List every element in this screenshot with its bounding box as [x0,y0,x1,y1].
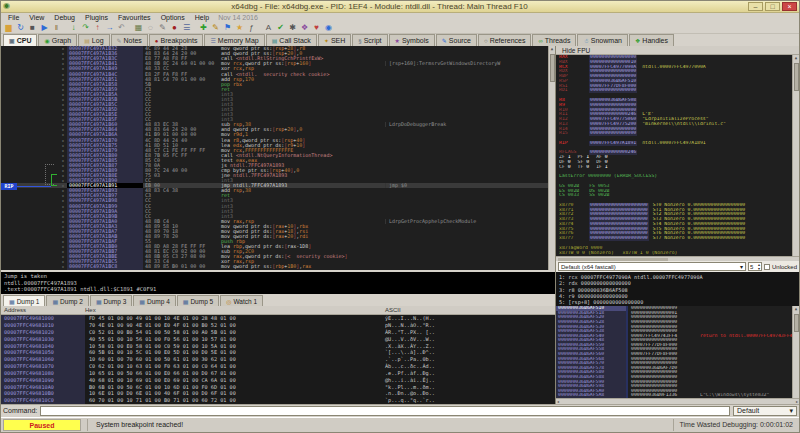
dump-row[interactable]: 00007FFC4968103040 55 01 00 10 56 01 00 … [1,336,555,343]
disasm-row[interactable]: ▪00007FFC497A1BC848 89 85 B0 01 00 00mov… [1,264,555,269]
tab-source[interactable]: ✎Source [436,34,477,46]
tab-dump-2[interactable]: ▦Dump 2 [46,295,88,306]
tab-notes[interactable]: ✎Notes [111,34,148,46]
tab-seh[interactable]: ✦SEH [318,34,351,46]
dump-row[interactable]: 00007FFC4968105060 5B 01 00 10 5C 01 00 … [1,349,555,356]
stepper-arrows-icon[interactable]: ▴▾ [758,263,760,271]
disasm-scrollbar[interactable]: ▲ [548,46,555,270]
stop-icon[interactable]: ■ [27,22,38,33]
dump-row[interactable]: 00007FFC496810A0B0 6B 01 00 50 6C 01 00 … [1,384,555,391]
back-icon[interactable]: ↶ [116,22,127,33]
scroll-up-icon[interactable]: ▲ [795,55,797,61]
tab-breakpoints[interactable]: ●Breakpoints [149,34,204,46]
tab-graph[interactable]: ◉Graph [38,34,77,46]
menu-plugins[interactable]: Plugins [80,14,113,21]
dump-row[interactable]: 00007FFC4968108010 65 01 00 50 66 01 00 … [1,370,555,377]
restart-icon[interactable]: ↻ [15,22,26,33]
tab-snowman[interactable]: ☃Snowman [577,34,628,46]
tab-watch-1[interactable]: ◎Watch 1 [220,295,263,306]
scroll-thumb[interactable] [558,258,668,261]
breakpoint-icon[interactable]: ● [169,22,180,33]
stack-view[interactable]: ▲ 000000036B6AF5100000000000000009000000… [556,306,799,398]
open-file-icon[interactable]: ▆ [3,22,14,33]
function-icon[interactable]: ƒ [246,22,257,33]
minimize-button[interactable]: – [748,2,763,11]
tab-cpu[interactable]: ▣CPU [3,34,37,46]
hide-fpu-label[interactable]: Hide FPU [562,47,590,54]
compile-icon[interactable]: ✔ [275,22,286,33]
patch-icon[interactable]: ✚ [198,22,209,33]
calling-convention-select[interactable]: Default (x64 fastcall) ▾ [558,262,746,271]
tab-script[interactable]: §Script [352,34,387,46]
menu-debug[interactable]: Debug [49,14,80,21]
arg-count-stepper[interactable]: 5 ▴▾ [748,262,762,271]
trace-icon[interactable]: ✎ [157,22,168,33]
menu-view[interactable]: View [24,14,49,21]
tab-handles[interactable]: ❖Handles [629,34,674,46]
step-out-icon[interactable]: ↑ [92,22,103,33]
animate-icon[interactable]: ◌ [145,22,156,33]
menu-help[interactable]: Help [190,14,214,21]
tab-dump-3[interactable]: ▦Dump 3 [90,295,132,306]
tab-threads[interactable]: ∞Threads [532,34,576,46]
bookmark-icon[interactable]: ★ [234,22,245,33]
arg-row[interactable]: 5: [rsp+8] 0000000000000000 [559,299,796,305]
comment-icon[interactable]: ✎ [210,22,221,33]
run-to-user-icon[interactable]: → [104,22,115,33]
dump-row[interactable]: 00007FFC4968101070 4E 01 00 90 4E 01 00 … [1,322,555,329]
tab-dump-1[interactable]: ▦Dump 1 [3,295,45,306]
registers-scrollbar[interactable]: ▲ [792,55,799,256]
tab-symbols[interactable]: ★Symbols [389,34,435,46]
tab-references[interactable]: ○References [478,34,531,46]
pause-icon[interactable]: ‖ [51,22,62,33]
memory-icon[interactable]: ☰ [181,22,192,33]
tab-memory-map[interactable]: ☰Memory Map [204,34,264,46]
preferences-icon[interactable]: ✱ [287,22,298,33]
registers-hscrollbar[interactable] [556,256,799,261]
tab-dump-5[interactable]: ▦Dump 5 [177,295,219,306]
step-over-icon[interactable]: ↷ [80,22,91,33]
command-input[interactable] [40,406,730,416]
scroll-thumb[interactable] [794,63,799,91]
menu-options[interactable]: Options [156,14,190,21]
dump-row[interactable]: 00007FFC49681000FD 45 01 00 00 49 01 00 … [1,315,555,322]
tab-log[interactable]: ▤Log [78,34,109,46]
az-sort-icon[interactable]: A [263,22,274,33]
command-scope-select[interactable]: Default ▾ [733,406,797,416]
unlocked-checkbox[interactable] [764,264,770,270]
arguments-view[interactable]: 1: rcx 00007FFC4977090A ntdll.00007FFC49… [556,272,799,306]
run-icon[interactable]: ▶ [39,22,50,33]
registers-view[interactable]: ▲ RAX0000000000000000RBX0000000000000010… [556,55,799,256]
disassembly-view[interactable]: ▲ ▪00007FFC497A1B324C 89 44 24 28mov qwo… [1,46,555,270]
dump-row[interactable]: 00007FFC49681070C0 62 01 00 10 63 01 00 … [1,363,555,370]
scroll-up-icon[interactable]: ▲ [795,306,797,312]
breakpoint-gutter[interactable]: ▪ [59,264,67,269]
label-icon[interactable]: ⚑ [222,22,233,33]
theme-icon[interactable]: ❖ [299,22,310,33]
tab-dump-4[interactable]: ▦Dump 4 [133,295,175,306]
stack-row[interactable]: 000000036B6AF5A8000000036B0F1336L"C:\\Wi… [556,393,799,398]
fpu-toggle-bar[interactable]: Hide FPU [556,46,799,55]
step-into-icon[interactable]: ↓ [68,22,79,33]
register-row[interactable]: x87TW_0 0 (Nonzero) x87TW_1 0 (Nonzero) [559,251,799,256]
dump-row[interactable]: 00007FFC4968109040 68 01 00 10 69 01 00 … [1,377,555,384]
donate-icon[interactable]: ♥ [311,22,322,33]
menu-file[interactable]: File [3,14,24,21]
scroll-up-icon[interactable]: ▲ [551,46,553,52]
maximize-button[interactable]: □ [765,2,780,11]
dump-row[interactable]: 00007FFC496810C060 70 01 00 10 71 01 00 … [1,397,555,404]
log-icon: ▤ [84,37,90,44]
scroll-thumb[interactable] [794,314,799,332]
dump-row[interactable]: 00007FFC4968104010 58 01 00 E0 58 01 00 … [1,343,555,350]
grid-icon[interactable]: ▦ [133,22,144,33]
dump-view[interactable]: 00007FFC49681000FD 45 01 00 00 49 01 00 … [1,315,555,404]
help-icon[interactable]: ◉ [323,22,334,33]
dump-row[interactable]: 00007FFC496810B010 6E 01 00 D0 6E 01 00 … [1,390,555,397]
tab-call-stack[interactable]: ▤Call Stack [266,34,317,46]
stack-scrollbar[interactable]: ▲ [792,306,799,398]
menu-favourites[interactable]: Favourites [113,14,156,21]
close-button[interactable]: × [782,2,797,11]
scroll-thumb[interactable] [550,54,555,82]
dump-row[interactable]: 00007FFC4968106010 60 01 00 70 60 01 00 … [1,356,555,363]
dump-row[interactable]: 00007FFC49681020C0 52 01 00 B0 54 01 00 … [1,329,555,336]
